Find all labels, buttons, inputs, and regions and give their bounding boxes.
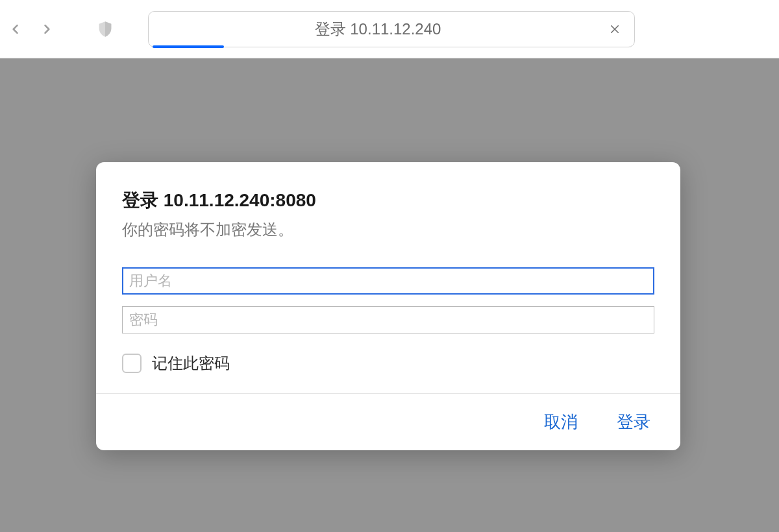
- dialog-title: 登录 10.11.12.240:8080: [122, 188, 654, 213]
- modal-backdrop: 登录 10.11.12.240:8080 你的密码将不加密发送。 记住此密码 取…: [0, 58, 779, 532]
- browser-toolbar: 登录 10.11.12.240: [0, 0, 779, 58]
- clear-address-icon[interactable]: [607, 21, 623, 37]
- address-bar[interactable]: 登录 10.11.12.240: [148, 11, 635, 47]
- password-input[interactable]: [122, 306, 654, 333]
- http-auth-dialog: 登录 10.11.12.240:8080 你的密码将不加密发送。 记住此密码 取…: [96, 162, 680, 450]
- login-button[interactable]: 登录: [613, 408, 654, 436]
- address-text: 登录 10.11.12.240: [149, 19, 607, 40]
- dialog-subtitle: 你的密码将不加密发送。: [122, 219, 654, 240]
- username-input[interactable]: [122, 267, 654, 295]
- dialog-body: 登录 10.11.12.240:8080 你的密码将不加密发送。 记住此密码: [96, 162, 680, 393]
- page-load-progress: [153, 45, 224, 48]
- forward-button[interactable]: [38, 20, 56, 38]
- dialog-footer: 取消 登录: [96, 393, 680, 450]
- cancel-button[interactable]: 取消: [540, 408, 582, 436]
- remember-label: 记住此密码: [152, 353, 230, 374]
- shield-icon[interactable]: [95, 19, 116, 40]
- remember-checkbox[interactable]: [122, 354, 142, 373]
- back-button[interactable]: [6, 20, 25, 38]
- remember-row: 记住此密码: [122, 353, 654, 374]
